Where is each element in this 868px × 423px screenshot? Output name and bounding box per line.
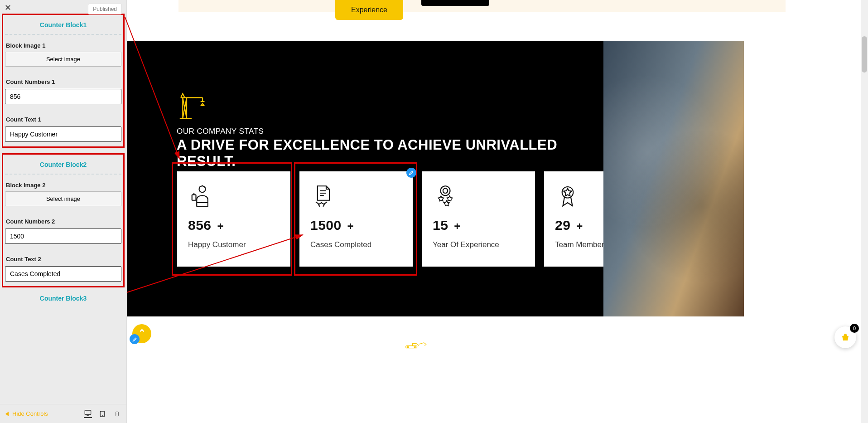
- section-edit-button[interactable]: ⌃: [132, 324, 151, 343]
- stats-section: OUR COMPANY STATS A DRIVE FOR EXCELLENCE…: [127, 41, 603, 316]
- svg-point-8: [443, 189, 448, 194]
- stat-text: Year Of Experience: [433, 240, 524, 249]
- stat-card-happy-customer: 856 + Happy Customer: [177, 171, 290, 267]
- pencil-icon: [130, 334, 140, 344]
- desktop-icon[interactable]: [84, 410, 92, 418]
- basket-icon: [840, 332, 851, 343]
- count-numbers-2-input[interactable]: [5, 229, 121, 244]
- svg-point-7: [441, 186, 450, 195]
- svg-rect-0: [85, 410, 91, 414]
- svg-point-5: [199, 186, 206, 192]
- published-button[interactable]: Published: [88, 4, 122, 15]
- customer-icon: [188, 182, 213, 210]
- cart-button[interactable]: 0: [834, 326, 856, 348]
- experience-button[interactable]: Experience: [335, 0, 403, 20]
- customizer-sidebar: ✕ Published Counter Block1 Block Image 1…: [0, 0, 127, 423]
- stats-subtitle: OUR COMPANY STATS: [177, 127, 264, 136]
- stat-text: Cases Completed: [310, 240, 402, 249]
- stat-number: 15 +: [433, 218, 524, 233]
- hide-controls-label: Hide Controls: [12, 410, 48, 417]
- background-image: [603, 41, 744, 316]
- block2-num-label: Count Numbers 2: [6, 218, 121, 225]
- count-text-2-input[interactable]: [5, 266, 121, 282]
- scrollbar-thumb[interactable]: [862, 36, 867, 73]
- block1-img-label: Block Image 1: [6, 42, 121, 49]
- stat-number: 1500 +: [310, 218, 402, 233]
- count-numbers-1-input[interactable]: [5, 89, 121, 104]
- stat-number: 856 +: [188, 218, 280, 233]
- stats-cards: 856 + Happy Customer 1500 + Cases Comple…: [177, 171, 657, 267]
- tablet-icon[interactable]: [98, 410, 106, 418]
- block2-text-label: Count Text 2: [6, 256, 121, 263]
- select-image-button-1[interactable]: Select image: [5, 52, 121, 67]
- excavator-icon: [405, 341, 428, 349]
- svg-point-11: [407, 346, 409, 348]
- edit-badge-icon[interactable]: [406, 168, 416, 178]
- block2-title: Counter Block2: [5, 157, 121, 175]
- stat-card-cases-completed: 1500 + Cases Completed: [299, 171, 413, 267]
- block1-text-label: Count Text 1: [6, 116, 121, 123]
- cart-count-badge: 0: [850, 324, 859, 333]
- document-handshake-icon: [310, 182, 336, 210]
- award-stars-icon: [433, 182, 458, 210]
- stat-card-experience: 15 + Year Of Experience: [422, 171, 535, 267]
- preview-canvas: Experience OUR COMPANY STATS A DRIVE FOR…: [127, 0, 868, 423]
- device-toggles: [84, 410, 121, 418]
- svg-rect-6: [192, 195, 196, 200]
- svg-point-12: [414, 346, 415, 348]
- medal-icon: [555, 182, 580, 210]
- hide-controls-button[interactable]: Hide Controls: [5, 410, 48, 417]
- block2-img-label: Block Image 2: [6, 182, 121, 189]
- select-image-button-2[interactable]: Select image: [5, 191, 121, 206]
- svg-point-2: [102, 415, 103, 416]
- block3-title[interactable]: Counter Block3: [0, 289, 126, 304]
- block1-title: Counter Block1: [5, 18, 121, 35]
- scrollbar[interactable]: [861, 0, 868, 423]
- arrow-left-icon: [5, 412, 9, 416]
- stats-title: A DRIVE FOR EXCELLENCE TO ACHIEVE UNRIVA…: [177, 137, 603, 170]
- stat-text: Happy Customer: [188, 240, 280, 249]
- sidebar-footer: Hide Controls: [0, 404, 126, 423]
- chevron-up-icon: ⌃: [138, 327, 146, 338]
- count-text-1-input[interactable]: [5, 126, 121, 142]
- dark-button[interactable]: [421, 0, 489, 6]
- close-icon[interactable]: ✕: [5, 4, 11, 12]
- crane-icon: [176, 91, 207, 122]
- counter-block-1: Counter Block1 Block Image 1 Select imag…: [2, 14, 125, 148]
- counter-block-2: Counter Block2 Block Image 2 Select imag…: [2, 153, 125, 287]
- block1-num-label: Count Numbers 1: [6, 78, 121, 85]
- mobile-icon[interactable]: [113, 410, 121, 418]
